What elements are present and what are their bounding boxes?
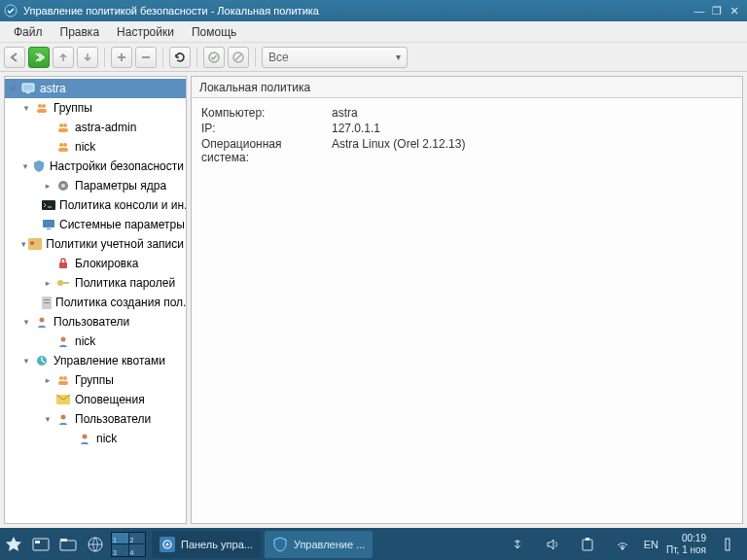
quota-icon: [34, 353, 50, 368]
start-button[interactable]: [0, 531, 27, 558]
chevron-down-icon[interactable]: ▾: [20, 160, 30, 172]
svg-rect-3: [22, 84, 34, 91]
tree-lock[interactable]: Блокировка: [40, 254, 186, 273]
workspace-switcher[interactable]: 1 2 3 4: [111, 532, 146, 557]
svg-point-8: [59, 123, 63, 127]
terminal-icon: [42, 197, 55, 213]
content-header: Локальная политика: [192, 77, 742, 98]
menu-help[interactable]: Помощь: [184, 23, 244, 41]
tree-console-policy[interactable]: Политика консоли и ин...: [40, 195, 186, 215]
nav-down-button[interactable]: [77, 47, 98, 68]
menu-settings[interactable]: Настройки: [109, 23, 182, 41]
tree-user-item[interactable]: nick: [61, 429, 186, 448]
chevron-down-icon[interactable]: ▾: [20, 355, 32, 367]
file-manager-button[interactable]: [54, 531, 82, 558]
computer-label: Компьютер:: [201, 106, 332, 120]
tree-security-settings[interactable]: ▾ Настройки безопасности: [18, 157, 186, 176]
cancel-button[interactable]: [228, 47, 249, 68]
tree-root[interactable]: ▾ astra: [5, 79, 186, 98]
tree-password-policy[interactable]: ▸Политика паролей: [40, 273, 186, 293]
tree-item-label: astra-admin: [75, 121, 136, 134]
tree-panel[interactable]: ▾ astra ▾ Группы astra-admin: [4, 76, 187, 524]
tray-lang[interactable]: EN: [644, 539, 658, 550]
tree-users[interactable]: ▾ Пользователи: [18, 312, 186, 332]
document-icon: [42, 295, 52, 310]
chevron-right-icon[interactable]: ▸: [42, 374, 53, 386]
svg-point-27: [40, 318, 45, 323]
chevron-down-icon[interactable]: ▾: [20, 102, 32, 114]
nav-forward-button[interactable]: [28, 47, 50, 68]
computer-icon: [20, 81, 36, 96]
tray-network-icon[interactable]: [609, 531, 636, 558]
tree-account-policies[interactable]: ▾ Политики учетной записи: [18, 234, 186, 254]
tree-quota-notify[interactable]: Оповещения: [40, 390, 186, 409]
tree-item-label: Группы: [75, 373, 114, 387]
tray-volume-icon[interactable]: [539, 531, 566, 558]
svg-rect-44: [583, 540, 592, 550]
remove-button[interactable]: [135, 47, 157, 68]
tree-item-label: nick: [96, 432, 117, 445]
svg-point-35: [83, 435, 88, 439]
tree-creation-policy[interactable]: Политика создания пол...: [40, 293, 186, 312]
tree-item-label: Оповещения: [75, 393, 145, 406]
chevron-right-icon[interactable]: ▸: [42, 180, 53, 192]
computer-value: astra: [332, 106, 358, 120]
tray-clipboard-icon[interactable]: [574, 531, 601, 558]
tree-kernel-params[interactable]: ▸Параметры ядра: [40, 176, 186, 195]
tray-clock[interactable]: 00:19 Пт, 1 ноя: [666, 533, 706, 556]
tree-group-item[interactable]: astra-admin: [40, 118, 186, 137]
tree-quota-users[interactable]: ▾Пользователи: [40, 409, 186, 429]
svg-rect-23: [62, 282, 69, 284]
nav-back-button[interactable]: [4, 47, 25, 68]
nav-up-button[interactable]: [53, 47, 74, 68]
svg-rect-36: [33, 539, 49, 550]
tree-group-item[interactable]: nick: [40, 137, 186, 157]
browser-button[interactable]: [82, 531, 109, 558]
chevron-down-icon[interactable]: ▾: [42, 413, 53, 425]
tray-session-icon[interactable]: [714, 531, 741, 558]
close-button[interactable]: ✕: [726, 3, 743, 18]
toolbar: Все: [0, 43, 747, 72]
os-label: Операционная система:: [201, 137, 332, 164]
content-panel: Локальная политика Компьютер:astra IP:12…: [191, 76, 743, 524]
svg-point-30: [59, 376, 63, 380]
refresh-button[interactable]: [169, 47, 191, 68]
menu-edit[interactable]: Правка: [53, 23, 108, 41]
svg-point-46: [621, 546, 623, 549]
chevron-down-icon[interactable]: ▾: [20, 238, 26, 250]
clock-time: 00:19: [682, 533, 706, 544]
tree-item-label: Группы: [53, 101, 92, 115]
chevron-down-icon[interactable]: ▾: [20, 316, 32, 328]
tray-usb-icon[interactable]: [504, 531, 531, 558]
user-icon: [55, 333, 71, 349]
tree-item-label: Настройки безопасности: [50, 159, 184, 173]
chevron-right-icon[interactable]: ▸: [42, 277, 53, 289]
tree-quota-groups[interactable]: ▸Группы: [40, 370, 186, 390]
titlebar[interactable]: Управление политикой безопасности - Лока…: [0, 0, 747, 21]
maximize-button[interactable]: ❐: [708, 3, 726, 18]
add-button[interactable]: [111, 47, 132, 68]
apply-button[interactable]: [203, 47, 225, 68]
svg-point-34: [61, 415, 66, 420]
settings-icon: [160, 537, 175, 552]
tree-system-params[interactable]: Системные параметры: [40, 215, 186, 234]
tree-user-item[interactable]: nick: [40, 332, 186, 351]
user-card-icon: [28, 236, 42, 252]
os-value: Astra Linux (Orel 2.12.13): [332, 137, 465, 164]
menu-file[interactable]: Файл: [6, 23, 51, 41]
filter-combo[interactable]: Все: [262, 47, 408, 68]
svg-point-43: [166, 542, 169, 545]
tree-quota[interactable]: ▾ Управление квотами: [18, 351, 186, 370]
tree-groups[interactable]: ▾ Группы: [18, 98, 186, 118]
svg-rect-25: [44, 299, 50, 300]
taskbar-app-security-policy[interactable]: Управление ...: [265, 531, 373, 558]
app-icon: [4, 4, 18, 18]
tree-item-label: nick: [75, 334, 95, 348]
minimize-button[interactable]: —: [691, 3, 708, 18]
svg-rect-19: [28, 238, 42, 250]
chevron-down-icon[interactable]: ▾: [7, 83, 18, 94]
show-desktop-button[interactable]: [27, 531, 54, 558]
body: ▾ astra ▾ Группы astra-admin: [0, 72, 747, 528]
users-group-icon: [55, 139, 71, 155]
taskbar-app-control-panel[interactable]: Панель упра...: [152, 531, 261, 558]
